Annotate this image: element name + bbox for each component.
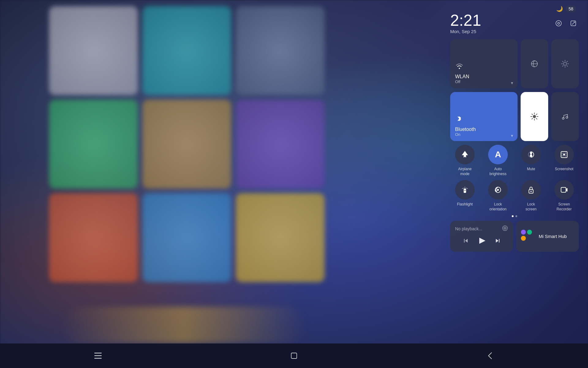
auto-brightness-icon: A xyxy=(488,145,508,164)
screen-recorder-button[interactable]: ScreenRecorder xyxy=(549,180,579,212)
bluetooth-title: Bluetooth xyxy=(455,127,513,132)
svg-point-5 xyxy=(564,62,567,65)
svg-rect-18 xyxy=(561,187,566,192)
app-tile xyxy=(236,100,325,189)
lock-orientation-button[interactable]: Lockorientation xyxy=(483,180,513,212)
airplane-icon xyxy=(455,145,475,164)
second-toggle-row: Bluetooth On ▼ xyxy=(450,92,579,141)
flashlight-button[interactable]: Flashlight xyxy=(450,180,480,212)
lock-screen-label: Lockscreen xyxy=(526,202,537,212)
screenshot-label: Screenshot xyxy=(555,167,574,172)
app-tile xyxy=(236,6,325,95)
svg-rect-24 xyxy=(94,358,102,359)
bottom-cards: No playback... xyxy=(450,221,579,252)
no-playback-text: No playback... xyxy=(455,226,482,231)
bluetooth-toggle[interactable]: Bluetooth On ▼ xyxy=(450,92,518,141)
app-tile xyxy=(49,100,138,189)
unknown-toggle-1[interactable] xyxy=(521,39,548,88)
svg-point-17 xyxy=(530,191,532,192)
app-tile xyxy=(142,6,231,95)
status-bar: 🌙 58 xyxy=(556,6,576,12)
svg-point-21 xyxy=(505,228,506,229)
back-button[interactable] xyxy=(484,350,496,362)
wlan-status: Off xyxy=(455,79,513,84)
mute-icon xyxy=(521,145,541,164)
settings-icon[interactable] xyxy=(553,18,564,29)
media-card: No playback... xyxy=(450,221,513,252)
smart-hub-title: Mi Smart Hub xyxy=(539,234,567,239)
app-tile xyxy=(49,6,138,95)
media-next-button[interactable] xyxy=(494,237,501,246)
lock-screen-button[interactable]: Lockscreen xyxy=(516,180,546,212)
lock-screen-icon xyxy=(521,180,541,200)
svg-point-0 xyxy=(556,21,561,26)
svg-rect-13 xyxy=(464,189,466,193)
svg-rect-25 xyxy=(291,353,297,358)
round-buttons-row1: Airplanemode A Autobrightness Mute xyxy=(450,145,579,176)
media-play-button[interactable] xyxy=(477,236,487,247)
music-toggle[interactable] xyxy=(551,92,579,141)
battery-text: 58 xyxy=(568,6,573,11)
wlan-icon xyxy=(455,62,513,72)
media-title-row: No playback... xyxy=(455,225,508,232)
airplane-mode-button[interactable]: Airplanemode xyxy=(450,145,480,176)
bluetooth-icon xyxy=(455,114,513,125)
media-prev-button[interactable] xyxy=(462,237,469,246)
auto-brightness-button[interactable]: A Autobrightness xyxy=(483,145,513,176)
page-dot-1 xyxy=(512,215,514,217)
svg-point-9 xyxy=(530,155,532,157)
page-dot-2 xyxy=(515,215,517,217)
flashlight-icon xyxy=(455,180,475,200)
svg-line-3 xyxy=(572,22,575,25)
screen-recorder-label: ScreenRecorder xyxy=(556,202,571,212)
svg-point-15 xyxy=(497,189,499,191)
menu-button[interactable] xyxy=(92,350,104,362)
wlan-title: WLAN xyxy=(455,74,513,79)
wlan-toggle[interactable]: WLAN Off ▼ xyxy=(450,39,518,88)
clock-time: 2:21 xyxy=(450,12,481,28)
brightness-toggle[interactable] xyxy=(521,92,548,141)
auto-brightness-label: Autobrightness xyxy=(489,167,506,176)
top-toggle-row: WLAN Off ▼ xyxy=(450,39,579,88)
app-tile xyxy=(236,193,325,282)
screenshot-button[interactable]: Screenshot xyxy=(549,145,579,176)
clock-date: Mon, Sep 25 xyxy=(450,29,481,34)
time-icons xyxy=(553,18,579,29)
screenshot-icon xyxy=(554,145,574,164)
svg-point-6 xyxy=(533,115,536,118)
airplane-label: Airplanemode xyxy=(458,167,472,176)
wlan-expand-icon: ▼ xyxy=(510,81,514,85)
app-tile xyxy=(49,193,138,282)
app-grid xyxy=(49,6,325,282)
bottom-decoration xyxy=(61,307,306,343)
flashlight-label: Flashlight xyxy=(457,202,473,207)
lock-orientation-label: Lockorientation xyxy=(489,202,507,212)
media-controls xyxy=(455,236,508,247)
time-display: 2:21 Mon, Sep 25 xyxy=(450,12,481,34)
page-indicator xyxy=(450,215,579,217)
svg-rect-10 xyxy=(530,151,532,155)
home-button[interactable] xyxy=(288,350,300,362)
round-buttons-row2: Flashlight Lockorientation xyxy=(450,180,579,212)
mute-button[interactable]: Mute xyxy=(516,145,546,176)
bluetooth-expand-icon: ▼ xyxy=(510,134,514,138)
svg-point-1 xyxy=(558,22,560,24)
smart-hub-icon xyxy=(521,230,534,243)
edit-icon[interactable] xyxy=(568,18,579,29)
nav-bar xyxy=(0,343,588,368)
app-tile xyxy=(142,100,231,189)
time-row: 2:21 Mon, Sep 25 xyxy=(450,12,579,34)
svg-rect-23 xyxy=(94,355,102,356)
app-tile xyxy=(142,193,231,282)
battery-indicator: 58 xyxy=(566,6,576,12)
bluetooth-status: On xyxy=(455,132,513,137)
control-center: 2:21 Mon, Sep 25 xyxy=(450,12,579,252)
smart-hub-card[interactable]: Mi Smart Hub xyxy=(516,221,579,252)
lock-orientation-icon xyxy=(488,180,508,200)
mute-label: Mute xyxy=(527,167,535,172)
screen-recorder-icon xyxy=(554,180,574,200)
svg-rect-22 xyxy=(94,353,102,354)
cast-icon[interactable] xyxy=(502,225,508,232)
moon-icon: 🌙 xyxy=(556,6,563,12)
unknown-toggle-2[interactable] xyxy=(551,39,579,88)
